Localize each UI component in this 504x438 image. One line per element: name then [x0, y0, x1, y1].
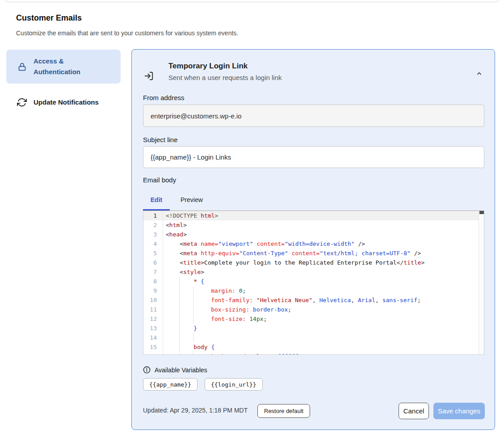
collapse-button[interactable] — [474, 68, 484, 79]
code-editor[interactable]: 1<!DOCTYPE html>2<html>3<head>4 <meta na… — [143, 211, 484, 355]
line-number: 4 — [143, 239, 163, 248]
available-variables-label: Available Variables — [155, 366, 207, 374]
chevron-up-icon — [476, 70, 483, 77]
tab-preview[interactable]: Preview — [181, 194, 203, 211]
panel-title: Temporary Login Link — [168, 62, 248, 71]
indent-guide — [166, 324, 180, 333]
code-line: 9 margin: 0; — [143, 286, 484, 295]
from-address-label: From address — [143, 94, 185, 101]
info-icon — [143, 366, 151, 374]
indent-guide — [180, 286, 193, 295]
email-body-tabs: Edit Preview — [143, 194, 203, 211]
code-line: 12 font-size: 14px; — [143, 314, 484, 324]
code-line: 5 <meta http-equiv="Content-Type" conten… — [143, 248, 484, 258]
restore-default-button[interactable]: Restore default — [257, 404, 310, 418]
line-number: 2 — [143, 220, 163, 230]
indent-guide — [180, 295, 193, 305]
login-icon — [144, 71, 154, 81]
code-line: 8 * { — [143, 277, 484, 286]
cancel-button[interactable]: Cancel — [399, 403, 429, 419]
editor-scrollbar-thumb[interactable] — [479, 211, 484, 214]
tab-edit[interactable]: Edit — [143, 194, 170, 211]
lock-icon — [17, 62, 27, 72]
line-number: 7 — [143, 267, 163, 277]
sidebar-item-label: Access & Authentication — [34, 56, 101, 77]
indent-guide — [166, 277, 180, 286]
indent-guide — [166, 333, 180, 342]
subject-line-label: Subject line — [143, 136, 178, 143]
code-line: 14 — [143, 333, 484, 342]
available-variables-header: Available Variables — [143, 366, 207, 374]
indent-guide — [180, 314, 193, 324]
line-number: 3 — [143, 230, 163, 239]
line-number: 9 — [143, 286, 163, 295]
code-line: 11 box-sizing: border-box; — [143, 305, 484, 314]
editor-scrollbar[interactable] — [479, 211, 484, 354]
line-number: 6 — [143, 258, 163, 267]
page-title: Customer Emails — [16, 13, 82, 23]
variable-chip[interactable]: {{login_url}} — [205, 378, 263, 391]
line-number: 1 — [143, 211, 163, 220]
indent-guide — [180, 333, 193, 342]
sidebar-item-label: Update Notifications — [34, 97, 99, 108]
line-number: 14 — [143, 333, 163, 342]
from-address-input[interactable] — [143, 105, 484, 127]
line-number: 12 — [143, 314, 163, 324]
line-number: 13 — [143, 324, 163, 333]
indent-guide — [166, 295, 180, 305]
indent-guide — [166, 314, 180, 324]
code-line: 13 } — [143, 324, 484, 333]
code-line: 2<html> — [143, 220, 484, 230]
variable-chips: {{app_name}}{{login_url}} — [143, 378, 263, 391]
sidebar-item-update-notifications[interactable]: Update Notifications — [6, 92, 121, 113]
code-line: 6 <title>Complete your login to the Repl… — [143, 258, 484, 267]
line-number: 16 — [143, 352, 163, 355]
refresh-icon — [17, 97, 27, 107]
line-number: 10 — [143, 295, 163, 305]
email-body-label: Email body — [143, 176, 176, 184]
page-subtitle: Customize the emails that are sent to yo… — [16, 29, 238, 37]
line-number: 5 — [143, 248, 163, 258]
variable-chip[interactable]: {{app_name}} — [143, 378, 197, 391]
code-line: 3<head> — [143, 230, 484, 239]
indent-guide — [166, 342, 180, 352]
previous-card-bottom-edge — [4, 0, 500, 2]
code-line: 16 background-color: #ffffff; — [143, 352, 484, 355]
save-changes-button[interactable]: Save changes — [433, 403, 485, 419]
temporary-login-link-card: Temporary Login Link Sent when a user re… — [131, 49, 495, 430]
customer-emails-page: Customer Emails Customize the emails tha… — [0, 0, 504, 438]
indent-guide — [166, 286, 180, 295]
indent-guide — [180, 305, 193, 314]
updated-timestamp: Updated: Apr 29, 2025, 1:18 PM MDT — [143, 407, 248, 414]
line-number: 15 — [143, 342, 163, 352]
indent-guide — [166, 352, 180, 355]
indent-guide — [180, 352, 193, 355]
code-line: 7 <style> — [143, 267, 484, 277]
line-number: 11 — [143, 305, 163, 314]
panel-subtitle: Sent when a user requests a login link — [168, 74, 281, 81]
line-number: 8 — [143, 277, 163, 286]
indent-guide — [166, 305, 180, 314]
code-line: 4 <meta name="viewport" content="width=d… — [143, 239, 484, 248]
sidebar-item-access-authentication[interactable]: Access & Authentication — [6, 50, 121, 84]
subject-line-input[interactable] — [143, 146, 484, 168]
code-line: 1<!DOCTYPE html> — [143, 211, 484, 220]
code-line: 15 body { — [143, 342, 484, 352]
code-line: 10 font-family: "Helvetica Neue", Helvet… — [143, 295, 484, 305]
